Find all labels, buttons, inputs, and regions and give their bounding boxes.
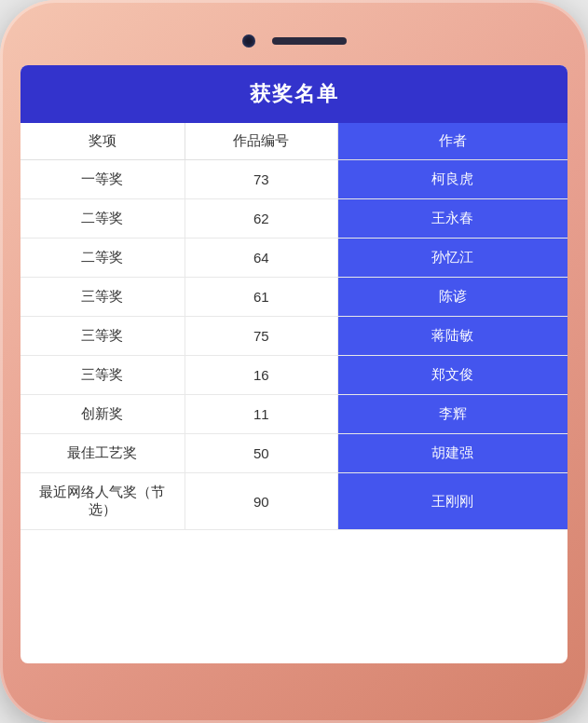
award-table: 奖项 作品编号 作者 一等奖73柯良虎二等奖62王永春二等奖64孙忆江三等奖61… <box>21 123 567 530</box>
header-prize: 奖项 <box>21 123 185 160</box>
cell-prize: 创新奖 <box>21 395 185 434</box>
table-row: 创新奖11李辉 <box>21 395 567 434</box>
camera <box>242 34 255 48</box>
table-row: 一等奖73柯良虎 <box>21 160 567 199</box>
cell-author: 柯良虎 <box>337 160 567 199</box>
table-row: 三等奖61陈谚 <box>21 278 567 317</box>
cell-prize: 三等奖 <box>21 278 185 317</box>
cell-author: 陈谚 <box>337 278 567 317</box>
phone-frame: 获奖名单 奖项 作品编号 作者 一等奖73柯良虎二等奖62王永春二等奖64孙忆江… <box>0 0 588 723</box>
cell-id: 61 <box>185 278 337 317</box>
cell-id: 62 <box>185 199 337 239</box>
cell-id: 73 <box>185 160 337 199</box>
cell-author: 王永春 <box>337 199 567 239</box>
table-title: 获奖名单 <box>21 65 567 123</box>
header-id: 作品编号 <box>185 123 337 160</box>
cell-author: 孙忆江 <box>337 239 567 278</box>
cell-id: 75 <box>185 317 337 356</box>
table-row: 最佳工艺奖50胡建强 <box>21 434 567 473</box>
table-row: 三等奖75蒋陆敏 <box>21 317 567 356</box>
cell-id: 90 <box>185 473 337 530</box>
cell-prize: 最近网络人气奖（节选） <box>21 473 185 530</box>
table-row: 三等奖16郑文俊 <box>21 356 567 395</box>
cell-author: 郑文俊 <box>337 356 567 395</box>
cell-prize: 三等奖 <box>21 356 185 395</box>
table-container: 获奖名单 奖项 作品编号 作者 一等奖73柯良虎二等奖62王永春二等奖64孙忆江… <box>21 65 567 530</box>
cell-author: 胡建强 <box>337 434 567 473</box>
cell-prize: 二等奖 <box>21 239 185 278</box>
cell-id: 11 <box>185 395 337 434</box>
speaker <box>272 37 347 45</box>
phone-screen: 获奖名单 奖项 作品编号 作者 一等奖73柯良虎二等奖62王永春二等奖64孙忆江… <box>21 65 567 663</box>
cell-id: 50 <box>185 434 337 473</box>
table-row: 二等奖62王永春 <box>21 199 567 239</box>
header-author: 作者 <box>337 123 567 160</box>
table-row: 二等奖64孙忆江 <box>21 239 567 278</box>
cell-author: 王刚刚 <box>337 473 567 530</box>
screen-inner[interactable]: 获奖名单 奖项 作品编号 作者 一等奖73柯良虎二等奖62王永春二等奖64孙忆江… <box>21 65 567 663</box>
cell-id: 64 <box>185 239 337 278</box>
cell-prize: 三等奖 <box>21 317 185 356</box>
cell-author: 蒋陆敏 <box>337 317 567 356</box>
table-header-row: 奖项 作品编号 作者 <box>21 123 567 160</box>
cell-prize: 二等奖 <box>21 199 185 239</box>
cell-id: 16 <box>185 356 337 395</box>
cell-prize: 最佳工艺奖 <box>21 434 185 473</box>
cell-prize: 一等奖 <box>21 160 185 199</box>
cell-author: 李辉 <box>337 395 567 434</box>
table-row: 最近网络人气奖（节选）90王刚刚 <box>21 473 567 530</box>
phone-top <box>21 17 567 65</box>
